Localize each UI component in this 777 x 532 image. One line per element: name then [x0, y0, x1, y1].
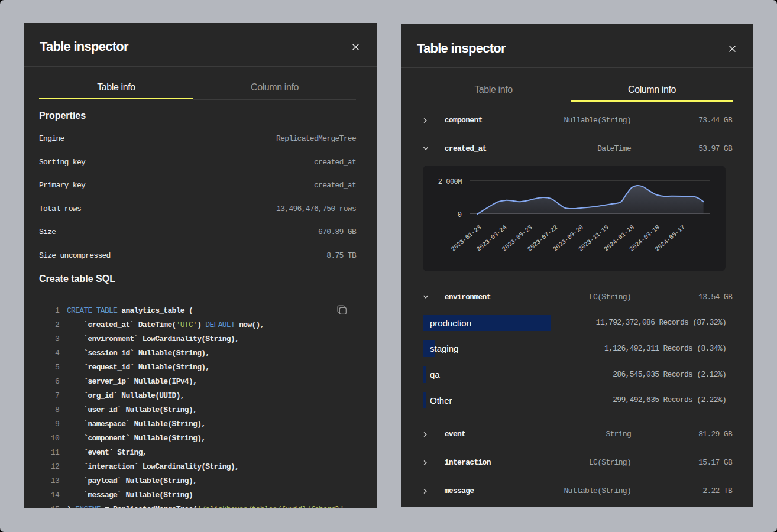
svg-text:2 000M: 2 000M [438, 178, 462, 186]
svg-text:0: 0 [458, 211, 462, 219]
